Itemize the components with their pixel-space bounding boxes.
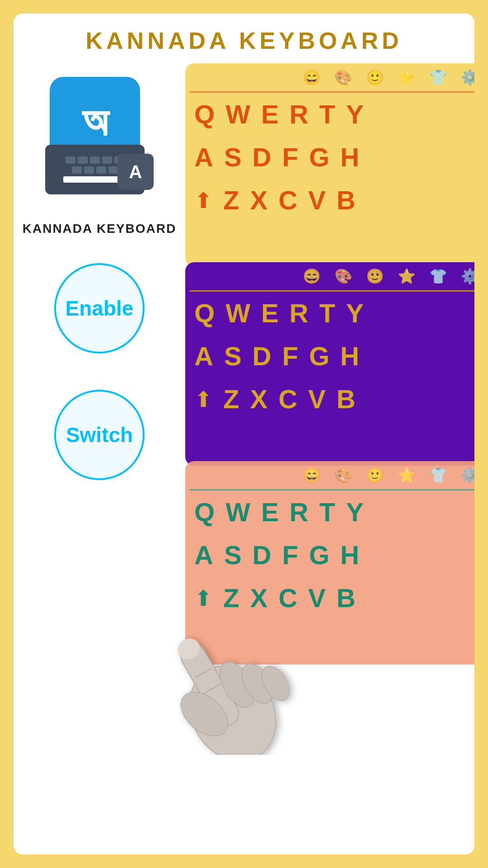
kb-key: [78, 156, 88, 164]
key-q[interactable]: Q: [194, 99, 215, 129]
kb-icons-row-peach: 😄 🎨 🙂 ⭐ 👕 ⚙️: [185, 461, 474, 489]
key-a-t[interactable]: A: [194, 540, 213, 570]
key-x-t[interactable]: X: [250, 583, 267, 613]
key-g-p[interactable]: G: [309, 341, 329, 371]
zxcv-row-peach: ⬆ Z X C V B: [185, 576, 474, 619]
key-z[interactable]: Z: [223, 185, 239, 215]
key-e-t[interactable]: E: [261, 497, 279, 527]
switch-button[interactable]: Switch: [54, 390, 145, 480]
key-c-p[interactable]: C: [278, 384, 297, 414]
asdf-row: A S D F G H: [185, 136, 474, 179]
key-w-t[interactable]: W: [225, 497, 250, 527]
asdf-row-purple: A S D F G H: [185, 335, 474, 377]
smiley-icon-purple: 🙂: [366, 268, 384, 285]
key-a-p[interactable]: A: [194, 341, 213, 371]
kb-key: [96, 166, 106, 174]
kb-key: [84, 166, 94, 174]
key-a[interactable]: A: [194, 142, 213, 172]
qwerty-row-purple: Q W E R T Y: [185, 292, 474, 335]
key-b-t[interactable]: B: [337, 583, 356, 613]
kb-icons-row-purple: 😄 🎨 🙂 ⭐ 👕 ⚙️: [185, 262, 474, 290]
key-b-p[interactable]: B: [337, 384, 356, 414]
key-v-p[interactable]: V: [308, 384, 326, 414]
key-g-t[interactable]: G: [309, 540, 329, 570]
key-f[interactable]: F: [282, 142, 298, 172]
key-v[interactable]: V: [308, 185, 326, 215]
key-d-t[interactable]: D: [253, 540, 272, 570]
key-x-p[interactable]: X: [250, 384, 267, 414]
key-z-t[interactable]: Z: [223, 583, 239, 613]
icon-letter: অ: [82, 99, 108, 146]
key-f-t[interactable]: F: [282, 540, 298, 570]
key-c[interactable]: C: [278, 185, 297, 215]
switch-button-label: Switch: [66, 423, 133, 447]
translate-badge: A: [117, 154, 154, 190]
tshirt-icon-purple: 👕: [429, 268, 447, 285]
key-y[interactable]: Y: [346, 99, 364, 129]
enable-button-label: Enable: [66, 296, 134, 321]
kb-key: [66, 156, 75, 164]
key-c-t[interactable]: C: [278, 583, 297, 613]
kb-key: [108, 166, 118, 174]
kb-key: [102, 156, 112, 164]
key-y-t[interactable]: Y: [346, 497, 364, 527]
gear-icon-peach: ⚙️: [461, 467, 474, 484]
keyboard-preview-purple: 😄 🎨 🙂 ⭐ 👕 ⚙️ Q W E R T Y A: [185, 262, 474, 466]
kb-divider-purple: [190, 290, 474, 292]
key-d-p[interactable]: D: [253, 341, 272, 371]
key-x[interactable]: X: [250, 185, 267, 215]
main-card: KANNADA KEYBOARD অ: [14, 14, 474, 854]
key-z-p[interactable]: Z: [223, 384, 239, 414]
key-q-p[interactable]: Q: [194, 298, 215, 328]
key-r-p[interactable]: R: [290, 298, 309, 328]
enable-button[interactable]: Enable: [54, 263, 145, 354]
key-g[interactable]: G: [309, 142, 329, 172]
key-h-p[interactable]: H: [340, 341, 359, 371]
translate-letter: A: [129, 162, 142, 182]
key-r[interactable]: R: [290, 99, 309, 129]
key-t-p[interactable]: T: [319, 298, 335, 328]
key-w[interactable]: W: [225, 99, 250, 129]
emoji-icon-peach: 😄: [303, 467, 321, 484]
shift-key-purple[interactable]: ⬆: [194, 387, 212, 412]
key-h[interactable]: H: [340, 142, 359, 172]
key-r-t[interactable]: R: [290, 497, 309, 527]
gear-icon: ⚙️: [461, 69, 474, 86]
app-label: KANNADA KEYBOARD: [23, 222, 177, 236]
emoji-icon-purple: 😄: [303, 268, 321, 285]
art-icon-peach: 🎨: [334, 467, 352, 484]
key-w-p[interactable]: W: [225, 298, 250, 328]
star-icon-purple: ⭐: [398, 268, 416, 285]
key-d[interactable]: D: [253, 142, 272, 172]
kb-row-1: [66, 156, 124, 164]
key-f-p[interactable]: F: [282, 341, 298, 371]
kb-divider-peach: [190, 489, 474, 491]
star-icon: ⭐: [398, 69, 416, 86]
kb-icons-row: 😄 🎨 🙂 ⭐ 👕 ⚙️: [185, 63, 474, 91]
asdf-row-peach: A S D F G H: [185, 533, 474, 576]
key-h-t[interactable]: H: [340, 540, 359, 570]
shift-key[interactable]: ⬆: [194, 188, 212, 213]
key-e[interactable]: E: [261, 99, 279, 129]
star-icon-peach: ⭐: [398, 467, 416, 484]
key-v-t[interactable]: V: [308, 583, 326, 613]
key-s-p[interactable]: S: [224, 341, 242, 371]
zxcv-row: ⬆ Z X C V B: [185, 179, 474, 222]
key-s-t[interactable]: S: [224, 540, 242, 570]
kb-key: [72, 166, 82, 174]
key-t[interactable]: T: [319, 99, 335, 129]
key-t-t[interactable]: T: [319, 497, 335, 527]
tshirt-icon: 👕: [429, 69, 447, 86]
key-y-p[interactable]: Y: [346, 298, 364, 328]
content-area: অ: [14, 63, 474, 845]
keyboard-preview-peach: 😄 🎨 🙂 ⭐ 👕 ⚙️ Q W E R T Y A: [185, 461, 474, 665]
key-e-p[interactable]: E: [261, 298, 279, 328]
app-icon-wrapper: অ: [32, 77, 167, 212]
key-s[interactable]: S: [224, 142, 242, 172]
key-q-t[interactable]: Q: [194, 497, 215, 527]
qwerty-row: Q W E R T Y: [185, 93, 474, 136]
shift-key-peach[interactable]: ⬆: [194, 585, 212, 611]
art-icon-purple: 🎨: [334, 268, 352, 285]
left-column: অ: [14, 63, 185, 845]
key-b[interactable]: B: [337, 185, 356, 215]
